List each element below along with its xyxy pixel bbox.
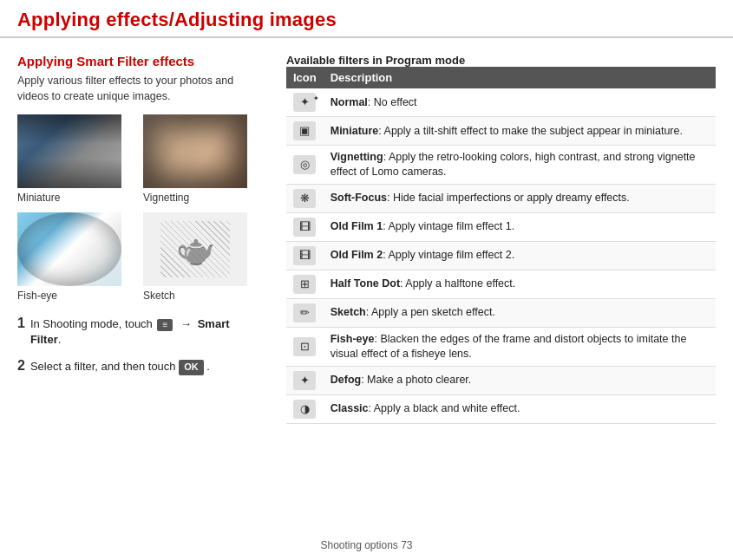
photo-label-vignetting: Vignetting: [143, 192, 260, 204]
step-2-number: 2: [17, 356, 25, 375]
filter-description: Defog: Make a photo clearer.: [324, 366, 716, 394]
photo-label-miniature: Miniature: [17, 192, 134, 204]
filter-icon: ✦: [293, 371, 316, 390]
menu-icon: [157, 319, 173, 331]
col-header-icon: Icon: [286, 67, 324, 88]
filter-name: Half Tone Dot: [331, 277, 400, 290]
table-row: ❋Soft-Focus: Hide facial imperfections o…: [286, 184, 716, 212]
photo-item-fisheye: Fish-eye: [17, 212, 134, 302]
filter-name: Classic: [331, 402, 369, 414]
filter-description: Vignetting: Apply the retro-looking colo…: [324, 146, 716, 185]
filter-icon-cell: 🎞: [286, 212, 324, 241]
photo-thumb-fisheye: [17, 212, 121, 286]
filter-icon: 🎞: [293, 246, 316, 265]
filter-name: Defog: [331, 374, 361, 386]
filter-icon-cell: ◎: [286, 146, 324, 185]
filter-icon-cell: ▣: [286, 117, 324, 146]
photo-item-vignetting: Vignetting: [143, 114, 260, 204]
table-row: 🎞Old Film 1: Apply vintage film effect 1…: [286, 212, 716, 241]
table-row: 🎞Old Film 2: Apply vintage film effect 2…: [286, 241, 716, 270]
table-row: ◑Classic: Apply a black and white effect…: [286, 394, 716, 423]
footer-text: Shooting options 73: [320, 539, 412, 551]
photo-thumb-vignetting: [143, 114, 247, 188]
filter-name: Soft-Focus: [331, 192, 387, 204]
filter-icon-cell: 🎞: [286, 241, 324, 270]
table-row: ✏Sketch: Apply a pen sketch effect.: [286, 298, 716, 327]
filter-name: Miniature: [331, 125, 379, 137]
filter-icon: ⊡: [293, 337, 316, 356]
photo-label-fisheye: Fish-eye: [17, 290, 134, 302]
filter-name: Old Film 2: [331, 249, 383, 261]
photo-thumb-sketch: [143, 212, 247, 286]
table-title: Available filters in Program mode: [286, 54, 716, 67]
step-2: 2 Select a filter, and then touch OK .: [17, 356, 260, 375]
table-row: ⊡Fish-eye: Blacken the edges of the fram…: [286, 327, 716, 366]
steps: 1 In Shooting mode, touch → Smart Filter…: [17, 314, 260, 376]
section-title: Applying Smart Filter effects: [17, 54, 260, 68]
table-row: ⊞Half Tone Dot: Apply a halftone effect.: [286, 270, 716, 298]
table-row: ▣Miniature: Apply a tilt-shift effect to…: [286, 117, 716, 146]
filter-icon: ◎: [293, 155, 316, 174]
page-content: Applying Smart Filter effects Apply vari…: [0, 38, 733, 551]
filter-table-body: ✦Normal: No effect▣Miniature: Apply a ti…: [286, 88, 716, 423]
filter-description: Miniature: Apply a tilt-shift effect to …: [324, 117, 716, 146]
photo-thumb-miniature: [17, 114, 121, 188]
filter-name: Normal: [331, 96, 368, 108]
table-row: ✦Defog: Make a photo clearer.: [286, 366, 716, 394]
filter-icon: ◑: [293, 400, 316, 419]
filter-icon: ❋: [293, 189, 316, 208]
photo-label-sketch: Sketch: [143, 290, 260, 302]
filter-description: Old Film 2: Apply vintage film effect 2.: [324, 241, 716, 270]
step-1-text: In Shooting mode, touch → Smart Filter.: [30, 316, 260, 348]
filter-description: Half Tone Dot: Apply a halftone effect.: [324, 270, 716, 298]
step-2-text: Select a filter, and then touch OK .: [30, 359, 210, 374]
table-row: ◎Vignetting: Apply the retro-looking col…: [286, 146, 716, 185]
filter-icon-cell: ✏: [286, 298, 324, 327]
filter-name: Old Film 1: [331, 220, 383, 232]
ok-badge: OK: [179, 360, 204, 374]
photo-grid: Miniature Vignetting Fish-eye Sketch: [17, 114, 260, 302]
smart-filter-label: Smart Filter: [30, 317, 230, 346]
filter-icon-cell: ◑: [286, 394, 324, 423]
table-row: ✦Normal: No effect: [286, 88, 716, 117]
page-title: Applying effects/Adjusting images: [17, 9, 716, 31]
page-footer: Shooting options 73: [0, 539, 733, 551]
section-description: Apply various filter effects to your pho…: [17, 74, 260, 104]
step-1: 1 In Shooting mode, touch → Smart Filter…: [17, 314, 260, 348]
filter-description: Sketch: Apply a pen sketch effect.: [324, 298, 716, 327]
filter-icon-cell: ❋: [286, 184, 324, 212]
filter-icon: ▣: [293, 121, 316, 140]
filter-description: Classic: Apply a black and white effect.: [324, 394, 716, 423]
step-1-number: 1: [17, 314, 25, 333]
photo-item-miniature: Miniature: [17, 114, 134, 204]
filter-table: Icon Description ✦Normal: No effect▣Mini…: [286, 67, 716, 424]
filter-icon: ✦: [293, 93, 316, 112]
filter-icon-cell: ✦: [286, 88, 324, 117]
filter-name: Vignetting: [331, 151, 383, 163]
left-column: Applying Smart Filter effects Apply vari…: [17, 54, 260, 543]
page-header: Applying effects/Adjusting images: [0, 0, 733, 38]
table-header-row: Icon Description: [286, 67, 716, 88]
filter-icon-cell: ✦: [286, 366, 324, 394]
filter-icon: ✏: [293, 303, 316, 322]
filter-description: Fish-eye: Blacken the edges of the frame…: [324, 327, 716, 366]
filter-icon-cell: ⊡: [286, 327, 324, 366]
filter-name: Fish-eye: [331, 333, 375, 345]
filter-description: Soft-Focus: Hide facial imperfections or…: [324, 184, 716, 212]
filter-name: Sketch: [331, 306, 366, 318]
filter-description: Old Film 1: Apply vintage film effect 1.: [324, 212, 716, 241]
filter-icon: 🎞: [293, 218, 316, 237]
arrow-icon: →: [180, 317, 192, 330]
filter-icon: ⊞: [293, 275, 316, 294]
filter-description: Normal: No effect: [324, 88, 716, 117]
right-column: Available filters in Program mode Icon D…: [286, 54, 716, 543]
filter-icon-cell: ⊞: [286, 270, 324, 298]
photo-item-sketch: Sketch: [143, 212, 260, 302]
col-header-desc: Description: [324, 67, 716, 88]
